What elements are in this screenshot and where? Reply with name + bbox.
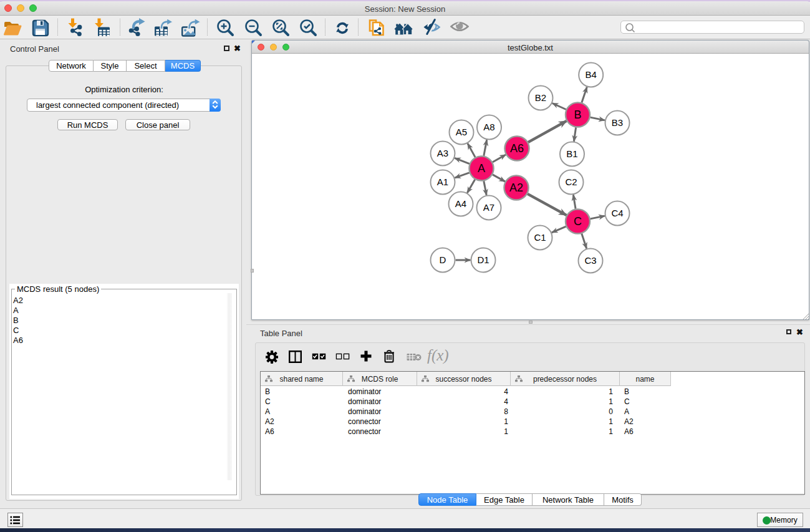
svg-text:B: B bbox=[574, 109, 581, 121]
svg-text:B2: B2 bbox=[535, 92, 546, 103]
svg-text:B4: B4 bbox=[586, 69, 597, 80]
svg-text:A1: A1 bbox=[437, 177, 448, 187]
svg-text:A8: A8 bbox=[483, 122, 494, 132]
svg-text:A4: A4 bbox=[455, 198, 466, 209]
svg-text:B3: B3 bbox=[612, 117, 623, 128]
svg-text:C: C bbox=[574, 215, 582, 228]
svg-text:A: A bbox=[478, 162, 485, 175]
svg-text:C2: C2 bbox=[565, 177, 577, 187]
svg-text:A3: A3 bbox=[437, 148, 448, 158]
svg-text:D1: D1 bbox=[477, 254, 489, 265]
svg-text:A5: A5 bbox=[456, 127, 467, 137]
svg-text:A7: A7 bbox=[483, 202, 494, 213]
svg-text:C1: C1 bbox=[534, 232, 546, 243]
svg-text:C4: C4 bbox=[611, 208, 623, 218]
svg-text:C3: C3 bbox=[584, 255, 596, 266]
svg-text:D: D bbox=[440, 254, 446, 265]
svg-text:A6: A6 bbox=[510, 142, 524, 155]
svg-text:A2: A2 bbox=[509, 181, 523, 194]
svg-text:B1: B1 bbox=[566, 148, 577, 159]
